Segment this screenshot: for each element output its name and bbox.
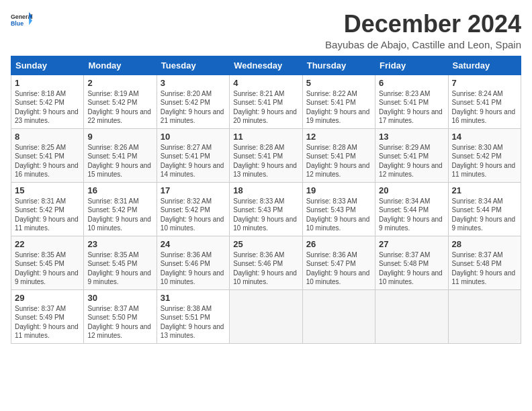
calendar-day-cell: 6 Sunrise: 8:23 AMSunset: 5:41 PMDayligh… [375, 75, 448, 128]
day-number: 14 [452, 132, 517, 142]
day-info: Sunrise: 8:37 AMSunset: 5:48 PMDaylight:… [452, 251, 516, 286]
calendar-day-cell: 4 Sunrise: 8:21 AMSunset: 5:41 PMDayligh… [230, 75, 302, 128]
header-tuesday: Tuesday [157, 56, 229, 75]
calendar-day-cell: 7 Sunrise: 8:24 AMSunset: 5:41 PMDayligh… [448, 75, 521, 128]
day-number: 8 [15, 132, 80, 142]
day-number: 1 [15, 78, 80, 88]
calendar-day-cell [302, 289, 375, 343]
calendar-day-cell [448, 289, 521, 343]
calendar-day-cell: 18 Sunrise: 8:33 AMSunset: 5:43 PMDaylig… [230, 182, 302, 236]
day-info: Sunrise: 8:23 AMSunset: 5:41 PMDaylight:… [379, 90, 443, 125]
location-subtitle: Bayubas de Abajo, Castille and Leon, Spa… [325, 39, 521, 50]
day-info: Sunrise: 8:26 AMSunset: 5:41 PMDaylight:… [87, 144, 151, 179]
calendar-day-cell: 24 Sunrise: 8:36 AMSunset: 5:46 PMDaylig… [157, 236, 229, 289]
day-info: Sunrise: 8:28 AMSunset: 5:41 PMDaylight:… [233, 144, 297, 179]
calendar-day-cell: 26 Sunrise: 8:36 AMSunset: 5:47 PMDaylig… [302, 236, 375, 289]
calendar-day-cell: 20 Sunrise: 8:34 AMSunset: 5:44 PMDaylig… [375, 182, 448, 236]
calendar-day-cell: 27 Sunrise: 8:37 AMSunset: 5:48 PMDaylig… [375, 236, 448, 289]
day-info: Sunrise: 8:33 AMSunset: 5:43 PMDaylight:… [306, 197, 370, 232]
calendar-day-cell: 13 Sunrise: 8:29 AMSunset: 5:41 PMDaylig… [375, 128, 448, 182]
day-number: 31 [161, 293, 226, 303]
calendar-day-cell: 17 Sunrise: 8:32 AMSunset: 5:42 PMDaylig… [157, 182, 229, 236]
day-number: 18 [233, 185, 298, 195]
day-number: 19 [306, 185, 371, 195]
day-number: 17 [161, 185, 226, 195]
day-info: Sunrise: 8:20 AMSunset: 5:42 PMDaylight:… [161, 90, 224, 125]
day-number: 12 [306, 132, 371, 142]
calendar-table: Sunday Monday Tuesday Wednesday Thursday… [11, 56, 521, 344]
page-header: General Blue December 2024 Bayubas de Ab… [11, 11, 521, 50]
day-number: 30 [87, 293, 152, 303]
day-info: Sunrise: 8:24 AMSunset: 5:41 PMDaylight:… [452, 90, 516, 125]
calendar-day-cell: 21 Sunrise: 8:34 AMSunset: 5:44 PMDaylig… [448, 182, 521, 236]
day-number: 20 [379, 185, 444, 195]
logo: General Blue [11, 11, 32, 30]
day-number: 23 [87, 239, 152, 249]
calendar-day-cell: 11 Sunrise: 8:28 AMSunset: 5:41 PMDaylig… [230, 128, 302, 182]
day-number: 7 [452, 78, 517, 88]
day-info: Sunrise: 8:22 AMSunset: 5:41 PMDaylight:… [306, 90, 370, 125]
header-wednesday: Wednesday [230, 56, 302, 75]
day-info: Sunrise: 8:35 AMSunset: 5:45 PMDaylight:… [87, 251, 151, 286]
day-info: Sunrise: 8:36 AMSunset: 5:46 PMDaylight:… [233, 251, 297, 286]
calendar-day-cell: 2 Sunrise: 8:19 AMSunset: 5:42 PMDayligh… [84, 75, 157, 128]
day-info: Sunrise: 8:31 AMSunset: 5:42 PMDaylight:… [87, 197, 151, 232]
day-number: 25 [233, 239, 298, 249]
day-info: Sunrise: 8:25 AMSunset: 5:41 PMDaylight:… [15, 144, 79, 179]
calendar-day-cell: 12 Sunrise: 8:28 AMSunset: 5:41 PMDaylig… [302, 128, 375, 182]
calendar-day-cell: 28 Sunrise: 8:37 AMSunset: 5:48 PMDaylig… [448, 236, 521, 289]
day-number: 5 [306, 78, 371, 88]
calendar-day-cell: 29 Sunrise: 8:37 AMSunset: 5:49 PMDaylig… [11, 289, 84, 343]
day-info: Sunrise: 8:34 AMSunset: 5:44 PMDaylight:… [379, 197, 443, 232]
day-info: Sunrise: 8:37 AMSunset: 5:48 PMDaylight:… [379, 251, 443, 286]
calendar-day-cell: 31 Sunrise: 8:38 AMSunset: 5:51 PMDaylig… [157, 289, 229, 343]
calendar-day-cell: 9 Sunrise: 8:26 AMSunset: 5:41 PMDayligh… [84, 128, 157, 182]
day-info: Sunrise: 8:29 AMSunset: 5:41 PMDaylight:… [379, 144, 443, 179]
calendar-day-cell [230, 289, 302, 343]
day-number: 29 [15, 293, 80, 303]
day-number: 26 [306, 239, 371, 249]
calendar-day-cell: 30 Sunrise: 8:37 AMSunset: 5:50 PMDaylig… [84, 289, 157, 343]
calendar-day-cell: 23 Sunrise: 8:35 AMSunset: 5:45 PMDaylig… [84, 236, 157, 289]
calendar-day-cell: 8 Sunrise: 8:25 AMSunset: 5:41 PMDayligh… [11, 128, 84, 182]
day-info: Sunrise: 8:35 AMSunset: 5:45 PMDaylight:… [15, 251, 79, 286]
day-info: Sunrise: 8:27 AMSunset: 5:41 PMDaylight:… [161, 144, 224, 179]
day-info: Sunrise: 8:32 AMSunset: 5:42 PMDaylight:… [161, 197, 224, 232]
day-info: Sunrise: 8:34 AMSunset: 5:44 PMDaylight:… [452, 197, 516, 232]
calendar-week-row: 8 Sunrise: 8:25 AMSunset: 5:41 PMDayligh… [11, 128, 521, 182]
calendar-week-row: 22 Sunrise: 8:35 AMSunset: 5:45 PMDaylig… [11, 236, 521, 289]
header-sunday: Sunday [11, 56, 84, 75]
day-info: Sunrise: 8:30 AMSunset: 5:42 PMDaylight:… [452, 144, 516, 179]
day-number: 10 [161, 132, 226, 142]
day-info: Sunrise: 8:18 AMSunset: 5:42 PMDaylight:… [15, 90, 79, 125]
weekday-header-row: Sunday Monday Tuesday Wednesday Thursday… [11, 56, 521, 75]
calendar-day-cell: 10 Sunrise: 8:27 AMSunset: 5:41 PMDaylig… [157, 128, 229, 182]
svg-text:Blue: Blue [11, 20, 24, 27]
calendar-day-cell: 15 Sunrise: 8:31 AMSunset: 5:42 PMDaylig… [11, 182, 84, 236]
day-info: Sunrise: 8:21 AMSunset: 5:41 PMDaylight:… [233, 90, 297, 125]
day-number: 15 [15, 185, 80, 195]
day-number: 24 [161, 239, 226, 249]
day-number: 4 [233, 78, 298, 88]
calendar-day-cell: 16 Sunrise: 8:31 AMSunset: 5:42 PMDaylig… [84, 182, 157, 236]
general-blue-icon: General Blue [11, 11, 32, 30]
header-thursday: Thursday [302, 56, 375, 75]
day-number: 22 [15, 239, 80, 249]
day-info: Sunrise: 8:33 AMSunset: 5:43 PMDaylight:… [233, 197, 297, 232]
day-info: Sunrise: 8:38 AMSunset: 5:51 PMDaylight:… [161, 305, 224, 340]
calendar-day-cell: 25 Sunrise: 8:36 AMSunset: 5:46 PMDaylig… [230, 236, 302, 289]
day-info: Sunrise: 8:31 AMSunset: 5:42 PMDaylight:… [15, 197, 79, 232]
day-info: Sunrise: 8:37 AMSunset: 5:49 PMDaylight:… [15, 305, 79, 340]
day-info: Sunrise: 8:37 AMSunset: 5:50 PMDaylight:… [87, 305, 151, 340]
day-info: Sunrise: 8:36 AMSunset: 5:46 PMDaylight:… [161, 251, 224, 286]
day-number: 2 [87, 78, 152, 88]
header-monday: Monday [84, 56, 157, 75]
day-number: 3 [161, 78, 226, 88]
calendar-day-cell: 1 Sunrise: 8:18 AMSunset: 5:42 PMDayligh… [11, 75, 84, 128]
day-info: Sunrise: 8:19 AMSunset: 5:42 PMDaylight:… [87, 90, 151, 125]
day-info: Sunrise: 8:36 AMSunset: 5:47 PMDaylight:… [306, 251, 370, 286]
day-info: Sunrise: 8:28 AMSunset: 5:41 PMDaylight:… [306, 144, 370, 179]
header-friday: Friday [375, 56, 448, 75]
calendar-day-cell: 14 Sunrise: 8:30 AMSunset: 5:42 PMDaylig… [448, 128, 521, 182]
day-number: 11 [233, 132, 298, 142]
